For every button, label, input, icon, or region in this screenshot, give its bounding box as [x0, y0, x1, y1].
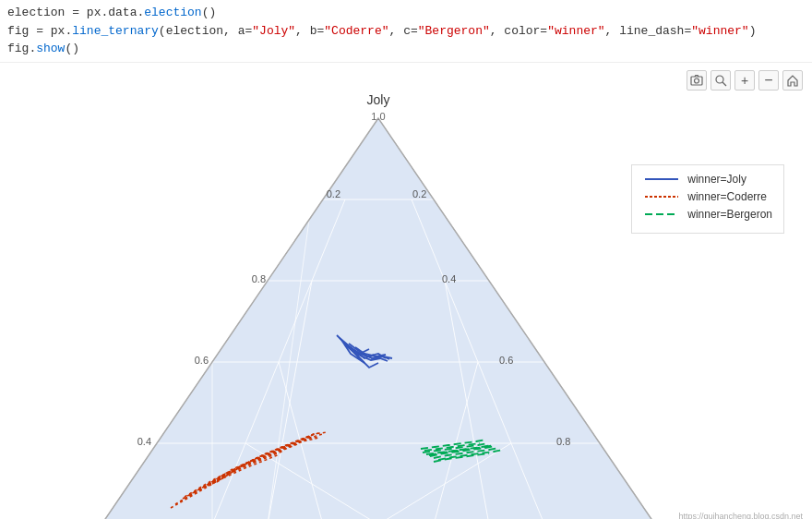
home-button[interactable]: [782, 70, 803, 91]
svg-text:0.4: 0.4: [137, 436, 151, 447]
chart-area: + −: [0, 63, 812, 520]
svg-text:0.2: 0.2: [327, 188, 340, 199]
svg-text:0.4: 0.4: [442, 273, 456, 284]
svg-marker-5: [102, 118, 655, 520]
legend-item-bergeron: winner=Bergeron: [643, 208, 772, 221]
legend: winner=Joly winner=Coderre winner=Berger…: [631, 164, 784, 234]
joly-label: Joly: [367, 92, 390, 107]
code-line-2: fig = px.line_ternary(election, a="Joly"…: [7, 22, 805, 41]
plus-button[interactable]: +: [734, 70, 755, 91]
svg-text:0.6: 0.6: [499, 355, 513, 366]
minus-button[interactable]: −: [758, 70, 779, 91]
code-block: election = px.data.election() fig = px.l…: [0, 0, 812, 63]
svg-text:0.8: 0.8: [252, 273, 266, 284]
svg-text:0.8: 0.8: [556, 436, 570, 447]
legend-item-coderre: winner=Coderre: [643, 190, 772, 203]
svg-text:0.6: 0.6: [195, 355, 209, 366]
svg-text:1.0: 1.0: [371, 111, 385, 122]
code-line-1: election = px.data.election(): [7, 4, 805, 22]
code-line-3: fig.show(): [7, 40, 805, 58]
ternary-chart: Joly 1.0 Coderre 0 Bergeron 1 0.8 0.6 0.…: [28, 81, 729, 520]
legend-item-joly: winner=Joly: [643, 173, 772, 186]
legend-label-joly: winner=Joly: [687, 173, 746, 186]
legend-label-coderre: winner=Coderre: [687, 190, 767, 203]
svg-text:0.2: 0.2: [412, 188, 426, 199]
legend-label-bergeron: winner=Bergeron: [687, 208, 772, 221]
watermark: https://guihancheng.blog.csdn.net: [678, 512, 803, 520]
